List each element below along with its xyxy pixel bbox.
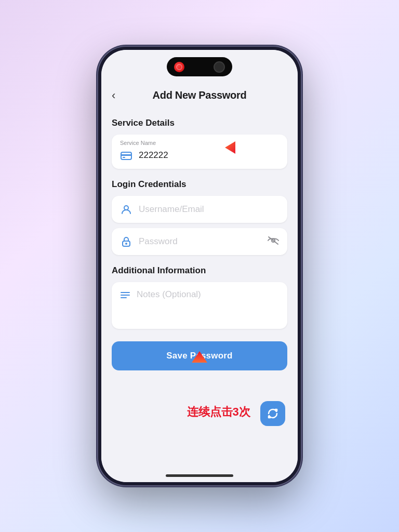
svg-rect-1 <box>121 154 131 156</box>
service-name-float-label: Service Name <box>120 140 279 146</box>
additional-section-label: Additional Information <box>112 265 287 276</box>
password-card <box>112 228 287 255</box>
save-password-button[interactable]: Save Password <box>112 341 287 370</box>
svg-point-3 <box>124 206 128 210</box>
faceid-indicator <box>214 61 225 73</box>
username-row <box>112 196 287 223</box>
home-indicator <box>166 474 233 477</box>
form-container: Service Details Service Name <box>101 110 298 383</box>
password-input[interactable] <box>139 236 268 247</box>
service-name-card: Service Name <box>112 135 287 169</box>
refresh-button[interactable] <box>260 401 285 426</box>
service-section-label: Service Details <box>112 118 287 128</box>
username-card <box>112 196 287 223</box>
service-name-input[interactable] <box>139 150 279 161</box>
camera-indicator <box>174 62 184 72</box>
username-input[interactable] <box>139 204 279 215</box>
back-button[interactable]: ‹ <box>112 89 115 102</box>
login-section-label: Login Credentials <box>112 179 287 190</box>
page-title: Add New Password <box>153 89 247 101</box>
eye-toggle-icon[interactable] <box>268 236 279 247</box>
phone-screen: ‹ Add New Password Service Details Servi… <box>101 50 298 482</box>
person-icon <box>120 203 132 216</box>
nav-bar: ‹ Add New Password <box>101 85 298 110</box>
notes-icon <box>120 290 130 302</box>
notes-input[interactable] <box>137 289 279 310</box>
svg-point-5 <box>125 243 127 245</box>
svg-rect-2 <box>123 157 125 158</box>
password-row <box>112 228 287 255</box>
notes-card <box>112 282 287 329</box>
dynamic-island <box>167 57 232 76</box>
svg-line-7 <box>269 237 278 244</box>
service-name-row <box>120 149 279 162</box>
card-icon <box>120 149 132 162</box>
phone-frame: ‹ Add New Password Service Details Servi… <box>98 47 301 485</box>
lock-icon <box>120 235 132 248</box>
